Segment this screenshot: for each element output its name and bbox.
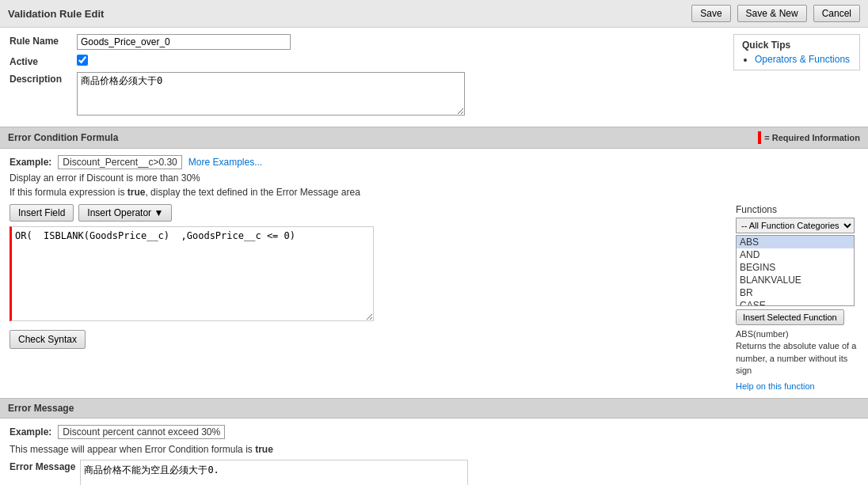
active-checkbox[interactable]: [77, 55, 88, 66]
insert-operator-label: Insert Operator: [87, 207, 151, 218]
insert-operator-chevron: ▼: [154, 207, 163, 218]
cancel-button[interactable]: Cancel: [813, 5, 860, 22]
more-examples-link[interactable]: More Examples...: [188, 157, 262, 168]
functions-category-select[interactable]: -- All Function Categories --: [736, 218, 855, 233]
error-message-title: Error Message: [8, 403, 74, 414]
formula-col: Insert Field Insert Operator ▼ OR( ISBLA…: [10, 204, 726, 392]
error-message-body: Example: Discount percent cannot exceed …: [0, 419, 868, 485]
required-info-text: = Required Information: [764, 133, 860, 142]
rule-name-input[interactable]: [77, 34, 291, 50]
example-label: Example:: [10, 157, 51, 168]
insert-operator-button[interactable]: Insert Operator ▼: [78, 204, 172, 222]
example-value: Discount_Percent__c>0.30: [58, 155, 181, 169]
quick-tips-panel: Quick Tips Operators & Functions: [733, 34, 860, 70]
list-item[interactable]: BLANKVALUE: [737, 274, 854, 286]
page-title: Validation Rule Edit: [8, 8, 685, 20]
error-example-label: Example:: [10, 426, 51, 438]
save-button[interactable]: Save: [691, 5, 730, 22]
error-message-header: Error Message: [0, 398, 868, 419]
error-example-value: Discount percent cannot exceed 30%: [58, 425, 225, 439]
display-text: Display an error if Discount is more tha…: [10, 172, 858, 184]
rule-name-row: Rule Name: [10, 34, 858, 50]
functions-panel: Functions -- All Function Categories -- …: [736, 204, 858, 392]
error-example-row: Example: Discount percent cannot exceed …: [10, 425, 858, 439]
error-condition-body: Example: Discount_Percent__c>0.30 More E…: [0, 149, 868, 398]
function-text: Returns the absolute value of a number, …: [736, 340, 858, 377]
check-syntax-button[interactable]: Check Syntax: [10, 330, 86, 349]
list-item[interactable]: BEGINS: [737, 261, 854, 274]
description-label: Description: [10, 72, 77, 85]
active-label: Active: [10, 55, 77, 67]
list-item[interactable]: ABS: [737, 236, 854, 248]
functions-list[interactable]: ABS AND BEGINS BLANKVALUE BR CASE: [736, 235, 855, 306]
error-condition-header: Error Condition Formula = Required Infor…: [0, 127, 868, 149]
error-msg-label: Error Message: [10, 460, 75, 472]
functions-label: Functions: [736, 204, 858, 215]
rule-name-label: Rule Name: [10, 34, 77, 47]
will-appear-text: This message will appear when Error Cond…: [10, 444, 858, 455]
formula-textarea[interactable]: OR( ISBLANK(GoodsPrice__c) ,GoodsPrice__…: [10, 226, 374, 321]
form-section: Rule Name Active Description 商品价格必须大于0 Q…: [0, 28, 868, 127]
error-condition-title: Error Condition Formula: [8, 132, 118, 143]
header-bar: Validation Rule Edit Save Save & New Can…: [0, 0, 868, 28]
active-row: Active: [10, 55, 858, 67]
help-function-link[interactable]: Help on this function: [736, 381, 815, 391]
error-msg-row: Error Message 商品价格不能为空且必须大于0.: [10, 460, 858, 485]
list-item[interactable]: BR: [737, 286, 854, 299]
list-item[interactable]: AND: [737, 248, 854, 261]
required-info: = Required Information: [758, 131, 860, 144]
operators-functions-link[interactable]: Operators & Functions: [755, 54, 850, 65]
if-text: If this formula expression is true, disp…: [10, 187, 858, 198]
function-description: ABS(number) Returns the absolute value o…: [736, 328, 858, 377]
error-msg-textarea[interactable]: 商品价格不能为空且必须大于0.: [80, 460, 468, 485]
quick-tips-title: Quick Tips: [742, 40, 851, 51]
list-item[interactable]: CASE: [737, 299, 854, 306]
button-row: Insert Field Insert Operator ▼: [10, 204, 726, 222]
insert-selected-button[interactable]: Insert Selected Function: [736, 309, 844, 325]
insert-field-button[interactable]: Insert Field: [10, 204, 74, 222]
save-new-button[interactable]: Save & New: [737, 5, 807, 22]
function-signature: ABS(number): [736, 328, 858, 340]
description-row: Description 商品价格必须大于0: [10, 72, 858, 116]
two-col-layout: Insert Field Insert Operator ▼ OR( ISBLA…: [10, 204, 858, 392]
example-row: Example: Discount_Percent__c>0.30 More E…: [10, 155, 858, 169]
description-textarea[interactable]: 商品价格必须大于0: [77, 72, 465, 116]
required-indicator: [758, 131, 761, 144]
